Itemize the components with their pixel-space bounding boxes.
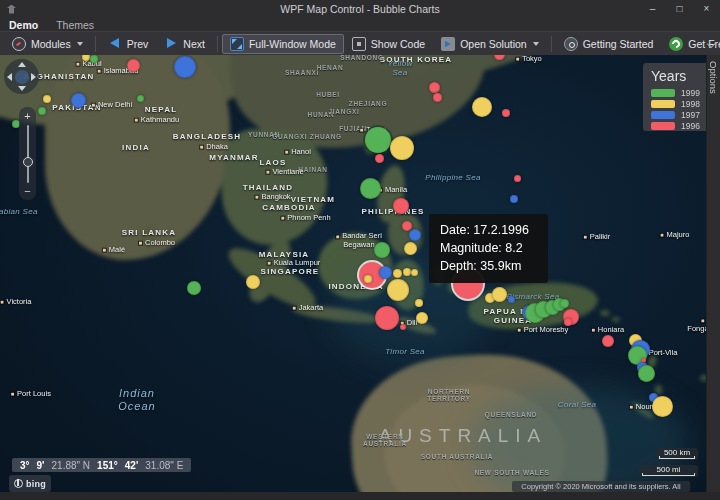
legend-swatch <box>651 100 675 108</box>
earthquake-bubble-1998[interactable] <box>415 299 423 307</box>
legend-item: 1996 <box>651 120 706 131</box>
zoom-slider-track[interactable] <box>27 125 29 183</box>
minimize-button[interactable]: – <box>639 0 666 18</box>
toolbar-overflow-chevron-icon[interactable] <box>707 40 715 48</box>
earthquake-bubble-1999[interactable] <box>560 299 569 308</box>
earthquake-bubble-1996[interactable] <box>375 154 384 163</box>
legend-item: 1997 <box>651 109 706 120</box>
zoom-out-button[interactable]: − <box>19 186 36 197</box>
earthquake-bubble-1996[interactable] <box>127 59 140 72</box>
earthquake-bubble-1997[interactable] <box>510 195 518 203</box>
coordinate-segment: 21.88" N <box>52 460 91 471</box>
legend-year-label: 1996 <box>681 121 700 131</box>
maximize-button[interactable]: □ <box>666 0 693 18</box>
earthquake-bubble-1999[interactable] <box>365 127 391 153</box>
next-label: Next <box>183 38 205 50</box>
close-button[interactable]: × <box>693 0 720 18</box>
earthquake-bubble-1998[interactable] <box>390 136 414 160</box>
earthquake-bubble-1998[interactable] <box>246 275 260 289</box>
legend-swatch <box>651 122 675 130</box>
earthquake-bubble-1998[interactable] <box>364 275 372 283</box>
pan-right-icon[interactable] <box>31 73 36 81</box>
opensolution-icon <box>441 37 455 51</box>
earthquake-bubble-1996[interactable] <box>375 306 399 330</box>
earthquake-bubble-1999[interactable] <box>360 178 381 199</box>
legend-swatch <box>651 89 675 97</box>
land-shape <box>219 127 330 247</box>
map-canvas[interactable]: AFGHANISTANPAKISTANINDIANEPALBANGLADESHM… <box>0 55 706 492</box>
land-shape <box>141 225 158 249</box>
earthquake-bubble-1998[interactable] <box>416 312 428 324</box>
earthquake-bubble-1998[interactable] <box>411 269 418 276</box>
full-window-mode-button[interactable]: Full-Window Mode <box>222 34 344 54</box>
menu-item-demo[interactable]: Demo <box>7 19 40 31</box>
getting-started-label: Getting Started <box>583 38 654 50</box>
earthquake-bubble-1999[interactable] <box>90 55 98 63</box>
toolbar: ModulesPrevNextFull-Window ModeShow Code… <box>0 31 720 55</box>
earthquake-bubble-1999[interactable] <box>374 242 390 258</box>
options-tab[interactable]: Options <box>708 61 719 94</box>
map-pan-compass[interactable] <box>4 59 39 94</box>
earthquake-bubble-1999[interactable] <box>38 107 46 115</box>
modules-button[interactable]: Modules <box>4 34 91 54</box>
getting-started-button[interactable]: Getting Started <box>556 34 662 54</box>
earthquake-bubble-1999[interactable] <box>137 95 144 102</box>
earthquake-bubble-1997[interactable] <box>409 229 421 241</box>
legend-year-label: 1997 <box>681 110 700 120</box>
earthquake-bubble-1996[interactable] <box>502 109 510 117</box>
zoom-in-button[interactable]: + <box>19 111 36 122</box>
earthquake-bubble-1998[interactable] <box>472 97 492 117</box>
bing-icon <box>14 479 23 488</box>
earthquake-bubble-1999[interactable] <box>638 365 655 382</box>
menu-bar: DemoThemes <box>0 18 720 31</box>
earthquake-bubble-1996[interactable] <box>400 324 406 330</box>
earthquake-bubble-1998[interactable] <box>404 242 417 255</box>
scale-mi-bracket <box>642 473 695 476</box>
bing-logo[interactable]: bing <box>9 475 51 492</box>
earthquake-bubble-1996[interactable] <box>514 175 521 182</box>
earthquake-bubble-1998[interactable] <box>387 279 409 301</box>
next-button[interactable]: Next <box>156 34 213 54</box>
earthquake-bubble-1997[interactable] <box>379 266 392 279</box>
earthquake-bubble-1997[interactable] <box>508 296 515 303</box>
prev-button[interactable]: Prev <box>100 34 157 54</box>
window-bottom-edge <box>0 492 720 500</box>
open-solution-button[interactable]: Open Solution <box>433 34 547 54</box>
menu-item-themes[interactable]: Themes <box>54 19 96 31</box>
zoom-slider[interactable]: + − <box>19 107 36 200</box>
coordinate-segment: 42' <box>125 460 139 471</box>
dropdown-caret-icon <box>77 42 83 46</box>
pan-up-icon[interactable] <box>18 62 26 67</box>
show-code-button[interactable]: Show Code <box>344 34 433 54</box>
earthquake-bubble-1998[interactable] <box>652 396 673 417</box>
compass-center-icon[interactable] <box>15 70 29 84</box>
pan-down-icon[interactable] <box>18 86 26 91</box>
zoom-slider-thumb[interactable] <box>23 157 33 167</box>
gettingstarted-icon <box>564 37 578 51</box>
bing-logo-text: bing <box>26 479 46 489</box>
earthquake-bubble-1996[interactable] <box>602 335 614 347</box>
earthquake-bubble-1996[interactable] <box>564 318 572 326</box>
earthquake-bubble-1998[interactable] <box>403 268 411 276</box>
modules-icon <box>12 37 26 51</box>
earthquake-bubble-1998[interactable] <box>393 269 402 278</box>
open-solution-label: Open Solution <box>460 38 527 50</box>
earthquake-bubble-1996[interactable] <box>393 198 409 214</box>
years-legend: Years 1999199819971996 <box>643 63 706 131</box>
earthquake-bubble-1997[interactable] <box>71 93 86 108</box>
prev-icon <box>108 37 122 51</box>
earthquake-bubble-1996[interactable] <box>429 82 440 93</box>
toolbar-separator <box>217 36 218 52</box>
pan-left-icon[interactable] <box>7 73 12 81</box>
earthquake-bubble-1998[interactable] <box>492 287 507 302</box>
earthquake-bubble-1999[interactable] <box>187 281 201 295</box>
earthquake-bubble-1997[interactable] <box>174 56 196 78</box>
legend-year-label: 1998 <box>681 99 700 109</box>
land-shape <box>612 317 620 322</box>
modules-label: Modules <box>31 38 71 50</box>
earthquake-bubble-1996[interactable] <box>433 93 442 102</box>
earthquake-bubble-1998[interactable] <box>43 95 51 103</box>
fullwindow-icon <box>230 37 244 51</box>
earthquake-bubble-1996[interactable] <box>494 55 505 60</box>
scale-km-bracket <box>659 456 695 459</box>
